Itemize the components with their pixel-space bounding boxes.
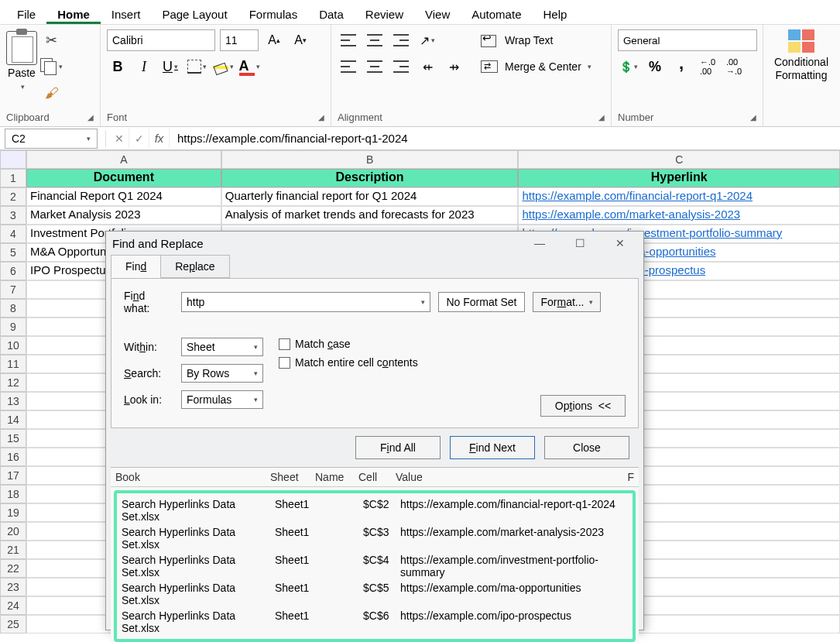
row-header-5[interactable]: 5 [0, 243, 26, 262]
align-middle-button[interactable] [364, 29, 386, 51]
cell-B1[interactable]: Description [221, 169, 519, 187]
cell-B3[interactable]: Analysis of market trends and forecasts … [221, 206, 519, 225]
find-what-input[interactable]: http▾ [181, 292, 430, 312]
result-row[interactable]: Search Hyperlinks Data Set.xlsxSheet1$C$… [118, 496, 631, 524]
dialog-launcher-icon[interactable]: ◢ [750, 113, 756, 122]
font-size-input[interactable] [220, 29, 259, 51]
row-header-8[interactable]: 8 [0, 299, 26, 318]
increase-indent-button[interactable] [443, 56, 465, 77]
find-all-button[interactable]: Find All [355, 436, 441, 459]
align-bottom-button[interactable] [390, 29, 412, 51]
hyperlink[interactable]: https://example.com/financial-report-q1-… [522, 189, 753, 202]
merge-center-button[interactable] [478, 56, 500, 77]
align-center-button[interactable] [364, 56, 386, 77]
select-all-corner[interactable] [0, 150, 26, 169]
hyperlink[interactable]: https://example.com/market-analysis-2023 [522, 208, 740, 221]
font-name-input[interactable] [107, 29, 215, 51]
result-row[interactable]: Search Hyperlinks Data Set.xlsxSheet1$C$… [118, 524, 631, 552]
decrease-decimal-button[interactable]: .00→.0 [723, 56, 745, 77]
number-format-select[interactable] [618, 29, 757, 51]
column-header-C[interactable]: C [518, 150, 840, 169]
find-next-button[interactable]: Find Next [450, 436, 535, 459]
row-header-3[interactable]: 3 [0, 206, 26, 225]
percent-button[interactable] [644, 56, 666, 77]
result-row[interactable]: Search Hyperlinks Data Set.xlsxSheet1$C$… [118, 552, 631, 580]
row-header-6[interactable]: 6 [0, 262, 26, 280]
col-cell[interactable]: Cell [358, 471, 396, 483]
fx-button[interactable]: fx [149, 129, 170, 149]
cut-button[interactable] [40, 29, 63, 51]
format-button[interactable]: Format...▾ [533, 292, 601, 312]
col-name[interactable]: Name [315, 471, 358, 483]
lookin-select[interactable]: Formulas▾ [181, 390, 263, 409]
row-header-19[interactable]: 19 [0, 503, 26, 522]
dialog-titlebar[interactable]: Find and Replace — ☐ ✕ [106, 232, 643, 255]
row-header-12[interactable]: 12 [0, 373, 26, 392]
row-header-24[interactable]: 24 [0, 596, 26, 615]
row-header-1[interactable]: 1 [0, 169, 26, 187]
menu-home[interactable]: Home [46, 5, 101, 24]
maximize-button[interactable]: ☐ [563, 232, 597, 254]
menu-view[interactable]: View [414, 5, 461, 24]
row-header-7[interactable]: 7 [0, 280, 26, 299]
cell-B2[interactable]: Quarterly financial report for Q1 2024 [221, 187, 519, 206]
cell-C2[interactable]: https://example.com/financial-report-q1-… [518, 187, 840, 206]
result-row[interactable]: Search Hyperlinks Data Set.xlsxSheet1$C$… [118, 608, 631, 636]
accounting-format-button[interactable]: 💲▾ [618, 56, 639, 77]
paste-button[interactable]: Paste▾ [6, 29, 37, 104]
menu-automate[interactable]: Automate [461, 5, 532, 24]
row-header-22[interactable]: 22 [0, 559, 26, 578]
menu-file[interactable]: File [6, 5, 46, 24]
align-left-button[interactable] [338, 56, 359, 77]
fill-color-button[interactable]: ▾ [212, 56, 234, 77]
row-header-10[interactable]: 10 [0, 336, 26, 355]
dialog-launcher-icon[interactable]: ◢ [87, 113, 94, 122]
column-header-A[interactable]: A [26, 150, 221, 169]
row-header-20[interactable]: 20 [0, 522, 26, 541]
row-header-25[interactable]: 25 [0, 615, 26, 633]
cancel-formula-button[interactable]: ✕ [109, 129, 129, 149]
menu-formulas[interactable]: Formulas [238, 5, 309, 24]
border-button[interactable]: ▾ [186, 56, 207, 77]
menu-page-layout[interactable]: Page Layout [151, 5, 238, 24]
row-header-21[interactable]: 21 [0, 541, 26, 559]
within-select[interactable]: Sheet▾ [181, 338, 263, 356]
col-sheet[interactable]: Sheet [270, 471, 315, 483]
decrease-font-button[interactable]: A▾ [290, 29, 311, 51]
dialog-launcher-icon[interactable]: ◢ [318, 113, 324, 122]
cell-A3[interactable]: Market Analysis 2023 [26, 206, 221, 225]
italic-button[interactable]: I [133, 56, 155, 77]
menu-review[interactable]: Review [355, 5, 414, 24]
menu-insert[interactable]: Insert [101, 5, 152, 24]
cell-A2[interactable]: Financial Report Q1 2024 [26, 187, 221, 206]
col-book[interactable]: Book [115, 471, 270, 483]
col-formula[interactable]: F [623, 471, 634, 483]
formula-input[interactable] [170, 129, 840, 149]
row-header-11[interactable]: 11 [0, 355, 26, 373]
match-case-checkbox[interactable]: Match case [279, 338, 418, 350]
comma-style-button[interactable] [670, 56, 692, 77]
menu-data[interactable]: Data [308, 5, 355, 24]
enter-formula-button[interactable]: ✓ [129, 129, 149, 149]
match-entire-checkbox[interactable]: Match entire cell contents [279, 356, 418, 369]
options-button[interactable]: Options << [540, 395, 626, 417]
minimize-button[interactable]: — [523, 232, 557, 254]
row-header-17[interactable]: 17 [0, 466, 26, 485]
cell-C1[interactable]: Hyperlink [518, 169, 840, 187]
row-header-2[interactable]: 2 [0, 187, 26, 206]
format-painter-button[interactable] [40, 82, 63, 104]
cell-A1[interactable]: Document [26, 169, 221, 187]
row-header-16[interactable]: 16 [0, 448, 26, 466]
row-header-9[interactable]: 9 [0, 318, 26, 336]
align-right-button[interactable] [390, 56, 412, 77]
underline-button[interactable]: U▾ [159, 56, 181, 77]
row-header-23[interactable]: 23 [0, 578, 26, 596]
font-color-button[interactable]: A▾ [238, 56, 260, 77]
name-box[interactable]: C2▾ [5, 129, 98, 149]
row-header-4[interactable]: 4 [0, 225, 26, 243]
align-top-button[interactable] [338, 29, 359, 51]
copy-button[interactable]: ▾ [40, 56, 63, 77]
search-select[interactable]: By Rows▾ [181, 364, 263, 383]
row-header-18[interactable]: 18 [0, 485, 26, 503]
dialog-launcher-icon[interactable]: ◢ [598, 113, 605, 122]
